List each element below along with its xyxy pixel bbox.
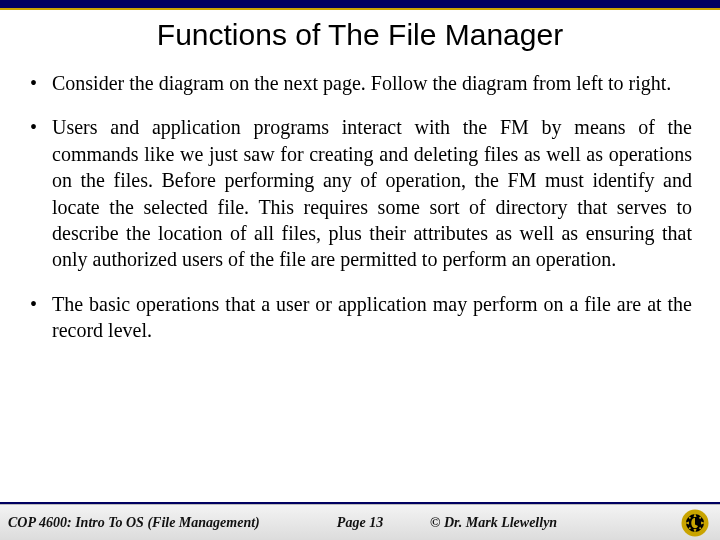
bullet-item: The basic operations that a user or appl… [28,291,692,344]
bullet-item: Users and application programs interact … [28,114,692,272]
slide-body: Consider the diagram on the next page. F… [0,70,720,344]
footer-author: © Dr. Mark Llewellyn [430,515,557,531]
bullet-item: Consider the diagram on the next page. F… [28,70,692,96]
footer-bar: COP 4600: Intro To OS (File Management) … [0,504,720,540]
ucf-logo-icon [680,508,710,538]
footer-course: COP 4600: Intro To OS (File Management) [8,515,260,531]
top-accent-bar [0,0,720,10]
footer: COP 4600: Intro To OS (File Management) … [0,502,720,540]
slide-title: Functions of The File Manager [0,18,720,52]
bullet-list: Consider the diagram on the next page. F… [28,70,692,344]
footer-page: Page 13 [337,515,383,531]
